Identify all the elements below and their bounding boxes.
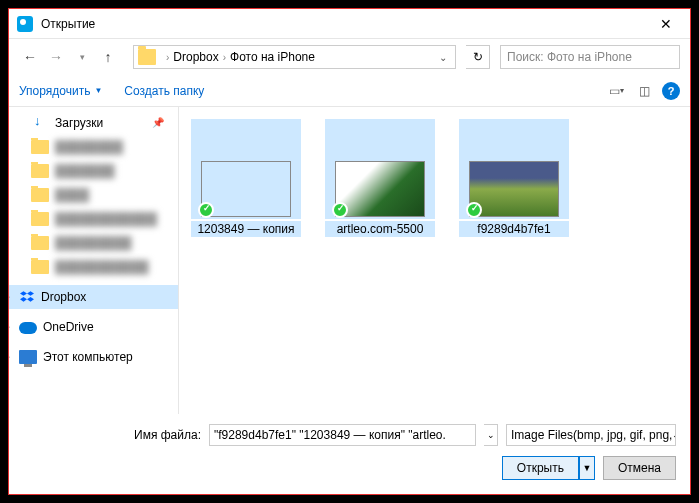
sync-check-icon bbox=[332, 202, 348, 218]
chevron-right-icon[interactable]: › bbox=[9, 352, 10, 362]
folder-icon bbox=[31, 212, 49, 226]
chevron-down-icon: ▼ bbox=[94, 86, 102, 95]
thumbnail-frame bbox=[191, 119, 301, 219]
dropbox-icon bbox=[19, 290, 35, 304]
sidebar-item[interactable]: █████████ bbox=[9, 231, 178, 255]
filename-label: Имя файла: bbox=[23, 428, 201, 442]
chevron-down-icon: ⌄ bbox=[672, 430, 676, 440]
file-item[interactable]: 1203849 — копия bbox=[191, 119, 301, 237]
close-button[interactable]: ✕ bbox=[646, 10, 686, 38]
filename-input[interactable]: "f9289d4b7fe1" "1203849 — копия" "artleo… bbox=[209, 424, 476, 446]
navigation-tree[interactable]: Загрузки 📌 ████████ ███████ ████ ███████… bbox=[9, 107, 179, 414]
folder-icon bbox=[31, 260, 49, 274]
open-dialog: Открытие ✕ ← → ▾ ↑ › Dropbox › Фото на i… bbox=[8, 8, 691, 495]
onedrive-icon bbox=[19, 322, 37, 334]
open-button[interactable]: Открыть bbox=[502, 456, 579, 480]
chevron-right-icon: › bbox=[223, 52, 226, 63]
sidebar-item[interactable]: ███████████ bbox=[9, 255, 178, 279]
sidebar-item[interactable]: ███████ bbox=[9, 159, 178, 183]
sidebar-item-label: Этот компьютер bbox=[43, 350, 133, 364]
forward-button: → bbox=[45, 46, 67, 68]
file-name: 1203849 — копия bbox=[191, 221, 301, 237]
help-button[interactable]: ? bbox=[662, 82, 680, 100]
filetype-filter[interactable]: Image Files(bmp, jpg, gif, png, ⌄ bbox=[506, 424, 676, 446]
back-button[interactable]: ← bbox=[19, 46, 41, 68]
search-input[interactable]: Поиск: Фото на iPhone bbox=[500, 45, 680, 69]
sidebar-item-label: Загрузки bbox=[55, 116, 103, 130]
pin-icon: 📌 bbox=[152, 117, 164, 128]
sidebar-item-label: OneDrive bbox=[43, 320, 94, 334]
folder-icon bbox=[138, 49, 156, 65]
sidebar-item-downloads[interactable]: Загрузки 📌 bbox=[9, 111, 178, 135]
thumbnail-frame bbox=[459, 119, 569, 219]
sidebar-item-label: Dropbox bbox=[41, 290, 86, 304]
app-icon bbox=[17, 16, 33, 32]
file-item[interactable]: f9289d4b7fe1 bbox=[459, 119, 569, 237]
open-button-group: Открыть ▼ bbox=[502, 456, 595, 480]
address-bar[interactable]: › Dropbox › Фото на iPhone ⌄ bbox=[133, 45, 456, 69]
sidebar-item[interactable]: ████████ bbox=[9, 135, 178, 159]
folder-icon bbox=[31, 164, 49, 178]
sync-check-icon bbox=[198, 202, 214, 218]
view-mode-button[interactable]: ▭ ▾ bbox=[606, 81, 626, 101]
sidebar-item-thispc[interactable]: › Этот компьютер bbox=[9, 345, 178, 369]
chevron-right-icon[interactable]: › bbox=[9, 292, 10, 302]
file-name: artleo.com-5500 bbox=[325, 221, 435, 237]
breadcrumb-segment[interactable]: Dropbox bbox=[173, 50, 218, 64]
titlebar: Открытие ✕ bbox=[9, 9, 690, 39]
nav-bar: ← → ▾ ↑ › Dropbox › Фото на iPhone ⌄ ↻ П… bbox=[9, 39, 690, 75]
new-folder-button[interactable]: Создать папку bbox=[124, 84, 204, 98]
toolbar: Упорядочить ▼ Создать папку ▭ ▾ ◫ ? bbox=[9, 75, 690, 107]
downloads-icon bbox=[31, 115, 49, 131]
sync-check-icon bbox=[466, 202, 482, 218]
filename-dropdown[interactable]: ⌄ bbox=[484, 424, 498, 446]
folder-icon bbox=[31, 236, 49, 250]
thumbnail-image bbox=[201, 161, 291, 217]
sidebar-item[interactable]: ████ bbox=[9, 183, 178, 207]
sidebar-item-dropbox[interactable]: › Dropbox bbox=[9, 285, 178, 309]
sidebar-item[interactable]: ████████████ bbox=[9, 207, 178, 231]
preview-pane-button[interactable]: ◫ bbox=[634, 81, 654, 101]
sidebar-item-onedrive[interactable]: › OneDrive bbox=[9, 315, 178, 339]
file-list[interactable]: 1203849 — копия artleo.com-5500 f9289d4b… bbox=[179, 107, 690, 414]
window-title: Открытие bbox=[41, 17, 646, 31]
folder-icon bbox=[31, 140, 49, 154]
content-area: Загрузки 📌 ████████ ███████ ████ ███████… bbox=[9, 107, 690, 414]
organize-menu[interactable]: Упорядочить ▼ bbox=[19, 84, 102, 98]
file-name: f9289d4b7fe1 bbox=[459, 221, 569, 237]
file-item[interactable]: artleo.com-5500 bbox=[325, 119, 435, 237]
refresh-button[interactable]: ↻ bbox=[466, 45, 490, 69]
folder-icon bbox=[31, 188, 49, 202]
thumbnail-image bbox=[335, 161, 425, 217]
address-dropdown[interactable]: ⌄ bbox=[435, 52, 451, 63]
chevron-right-icon: › bbox=[166, 52, 169, 63]
chevron-right-icon[interactable]: › bbox=[9, 322, 10, 332]
recent-dropdown[interactable]: ▾ bbox=[71, 46, 93, 68]
cancel-button[interactable]: Отмена bbox=[603, 456, 676, 480]
open-dropdown[interactable]: ▼ bbox=[579, 456, 595, 480]
thumbnail-image bbox=[469, 161, 559, 217]
computer-icon bbox=[19, 350, 37, 364]
up-button[interactable]: ↑ bbox=[97, 46, 119, 68]
search-placeholder: Поиск: Фото на iPhone bbox=[507, 50, 632, 64]
thumbnail-frame bbox=[325, 119, 435, 219]
breadcrumb-segment[interactable]: Фото на iPhone bbox=[230, 50, 315, 64]
dialog-footer: Имя файла: "f9289d4b7fe1" "1203849 — коп… bbox=[9, 414, 690, 494]
